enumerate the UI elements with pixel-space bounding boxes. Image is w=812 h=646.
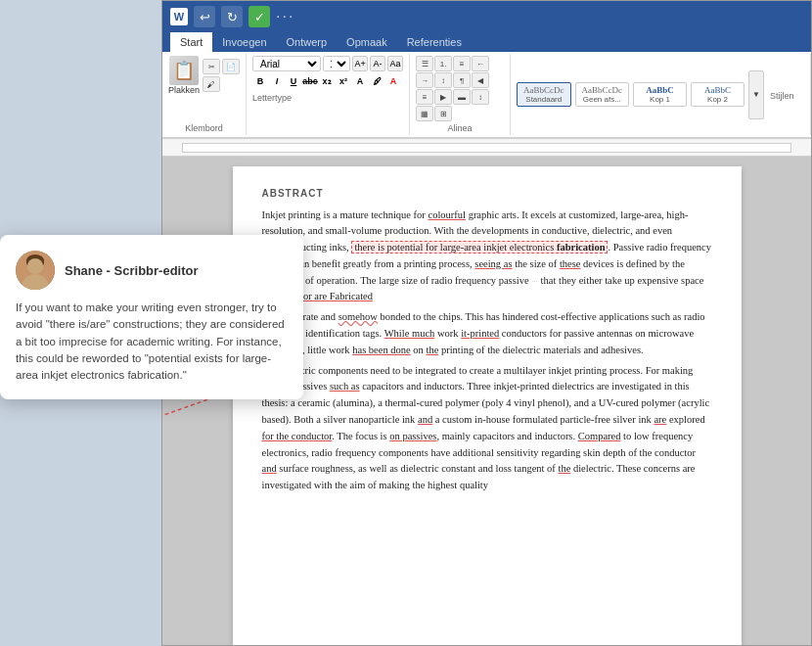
check-button[interactable]: ✓ [248,6,270,27]
comment-box: Shane - Scribbr-editor If you want to ma… [0,235,303,399]
increase-font-button[interactable]: A+ [352,56,368,71]
align-right-button[interactable]: ▶ [434,89,452,105]
font-color-button[interactable]: A [385,73,401,89]
svg-rect-6 [26,258,44,266]
styles-panel: AaBbCcDc Standaard AaBbCcDc Geen afs... … [511,54,811,135]
decrease-font-button[interactable]: A- [370,56,385,71]
clipboard-icons: ✂ 📄 🖌 [203,59,240,92]
word-icon: W [170,8,188,25]
font-group: Arial 10 A+ A- Aa B I U abc x₂ x² A [247,54,410,135]
or-are-underline: or are Fabricated [303,291,373,301]
ribbon-body: 📋 Plakken ✂ 📄 🖌 Klembord [162,52,811,138]
the-underline2: the [558,463,570,474]
redo-button[interactable]: ↻ [221,6,243,27]
comment-author: Shane - Scribbr-editor [65,263,199,278]
ribbon-tabs: Start Invoegen Ontwerp Opmaak Referentie… [162,32,811,52]
are-underline: are [654,414,666,425]
tab-opmaak[interactable]: Opmaak [337,32,397,52]
page: ABSTRACT Inkjet printing is a mature tec… [233,166,742,645]
and-underline: and [418,414,432,425]
it-printed-underline: it-printed [461,328,499,339]
comment-body: If you want to make your writing even st… [16,300,288,384]
klembord-label: Klembord [185,123,223,133]
alinea-label: Alinea [448,123,473,133]
paste-icon: 📋 [169,56,199,85]
bullets-button[interactable]: ☰ [416,56,433,71]
indent-decrease-button[interactable]: ← [472,56,489,71]
lettertype-label: Lettertype [252,93,403,103]
these-underline: these [560,258,581,269]
colourful-underline: colourful [429,209,467,220]
borders-button[interactable]: ⊞ [434,106,452,121]
multilevel-button[interactable]: ≡ [453,56,471,71]
tab-invoegen[interactable]: Invoegen [212,32,276,52]
svg-point-3 [27,257,43,273]
has-been-done-underline: has been done [352,345,410,355]
paragraph-1: Inkjet printing is a mature technique fo… [262,208,712,306]
doc-area: ABSTRACT Inkjet printing is a mature tec… [162,157,811,645]
title-bar: W ↩ ↻ ✓ ··· [162,1,811,32]
compared-underline: Compared [578,431,621,441]
paragraph-2: on a substrate and somehow bonded to the… [262,309,712,358]
show-marks-button[interactable]: ¶ [453,72,471,88]
align-left-button[interactable]: ◀ [472,72,489,88]
style-nogap[interactable]: AaBbCcDc Geen afs... [575,82,630,107]
subscript-button[interactable]: x₂ [319,73,335,89]
style-h2[interactable]: AaBbC Kop 2 [691,82,744,107]
font-options-button[interactable]: Aa [387,56,403,71]
format-painter-button[interactable]: 🖌 [203,76,220,92]
such-as-underline: such as [330,381,360,392]
alinea-group: ☰ 1. ≡ ← → ↕ ¶ ◀ ≡ ▶ ▬ ↕ ▦ ⊞ Alinea [410,54,511,135]
underline-button[interactable]: U [286,73,301,89]
tab-referenties[interactable]: Referenties [397,32,472,52]
seeing-as-underline: seeing as [474,258,512,269]
font-family-select[interactable]: Arial [252,56,321,71]
plakken-button[interactable]: 📋 Plakken [168,56,200,95]
comment-header: Shane - Scribbr-editor [16,251,288,290]
svg-point-4 [23,276,47,290]
style-normal[interactable]: AaBbCcDc Standaard [517,82,571,107]
styles-scroll-button[interactable]: ▼ [748,70,764,119]
bold-button[interactable]: B [252,73,268,89]
somehow-underline: somehow [338,311,378,322]
and-underline2: and [262,463,277,474]
text-effects-button[interactable]: A [352,73,368,89]
indent-increase-button[interactable]: → [416,72,433,88]
font-size-select[interactable]: 10 [323,56,350,71]
while-much-underline: While much [384,328,435,339]
klembord-group: 📋 Plakken ✂ 📄 🖌 Klembord [162,54,247,135]
copy-button[interactable]: 📄 [222,59,240,74]
paragraph-3: All dielectric components need to be int… [262,363,712,494]
highlight-button[interactable]: 🖊 [369,73,384,89]
undo-button[interactable]: ↩ [194,6,215,27]
line-spacing-button[interactable]: ↕ [472,89,489,105]
style-h1[interactable]: AaBbC Kop 1 [633,82,687,107]
superscript-button[interactable]: x² [336,73,351,89]
doc-text: Inkjet printing is a mature technique fo… [262,208,712,495]
tab-start[interactable]: Start [170,32,212,52]
ribbon: Start Invoegen Ontwerp Opmaak Referentie… [162,32,811,139]
tab-ontwerp[interactable]: Ontwerp [277,32,338,52]
shading-button[interactable]: ▦ [416,106,433,121]
more-options[interactable]: ··· [276,8,294,25]
cut-button[interactable]: ✂ [203,59,220,74]
abstract-title: ABSTRACT [262,186,712,202]
sort-button[interactable]: ↕ [434,72,452,88]
numbering-button[interactable]: 1. [434,56,452,71]
stijlen-label: Stijlen [770,91,794,101]
highlighted-phrase: there is potential for large-area inkjet… [351,241,608,254]
align-center-button[interactable]: ≡ [416,89,433,105]
ruler [162,139,811,157]
on-passives-underline: on passives [389,431,436,441]
justify-button[interactable]: ▬ [453,89,471,105]
italic-button[interactable]: I [269,73,285,89]
strikethrough-button[interactable]: abc [302,73,318,89]
ruler-inner [182,143,791,153]
the-underline: the [426,345,438,355]
avatar [16,251,55,290]
for-the-underline: for the conductor [262,431,333,441]
